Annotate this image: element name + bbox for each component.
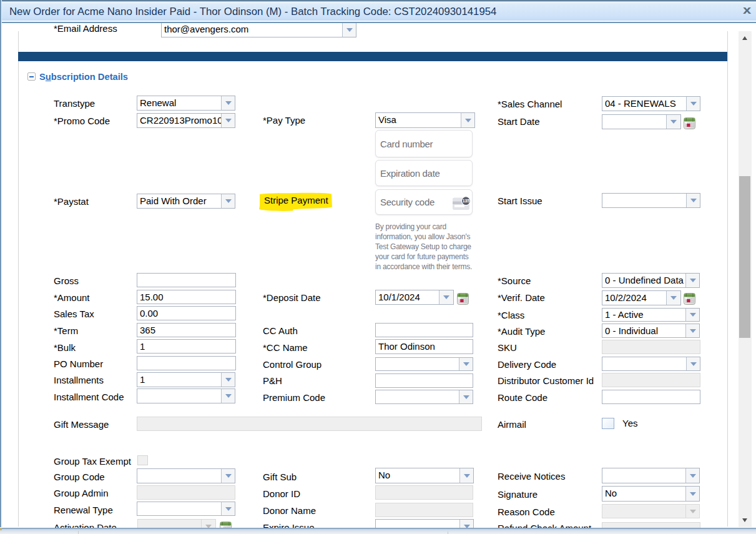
svg-text:135: 135	[463, 199, 469, 203]
